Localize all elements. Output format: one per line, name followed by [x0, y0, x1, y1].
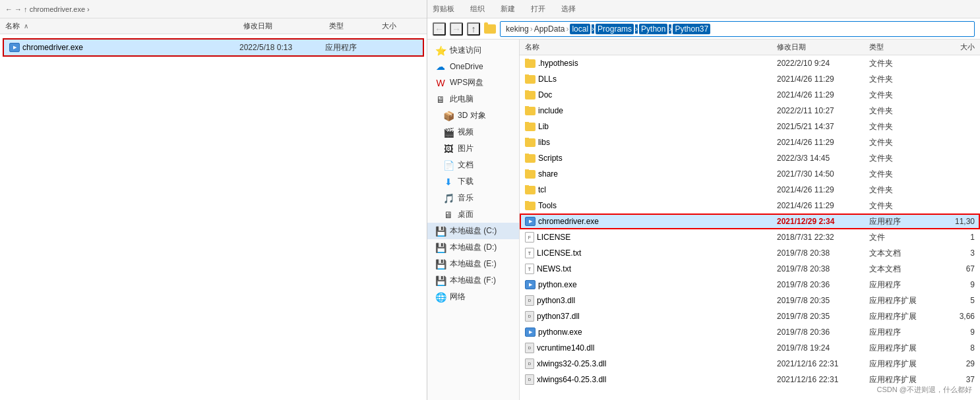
- nav-network[interactable]: 🌐 网络: [427, 289, 519, 305]
- onedrive-icon: ☁: [435, 61, 446, 72]
- this-pc-icon: 🖥: [435, 94, 446, 105]
- up-button[interactable]: ↑: [467, 22, 480, 36]
- file-name-news-txt: T NEWS.txt: [525, 264, 777, 274]
- left-col-date[interactable]: 修改日期: [243, 21, 329, 31]
- left-path-hint: ← → ↑ chromedriver.exe ›: [5, 5, 90, 13]
- list-item[interactable]: share 2021/7/30 14:50 文件夹: [520, 166, 980, 182]
- file-name-python37-dll: D python37.dll: [525, 311, 777, 322]
- file-name-python3-dll: D python3.dll: [525, 295, 777, 306]
- list-item[interactable]: Doc 2021/4/26 11:29 文件夹: [520, 87, 980, 103]
- list-item[interactable]: F LICENSE 2018/7/31 22:32 文件 1: [520, 229, 980, 245]
- list-item[interactable]: D vcruntime140.dll 2019/7/8 19:24 应用程序扩展…: [520, 340, 980, 356]
- desktop-icon: 🖥: [443, 210, 454, 220]
- file-name-chromedriver-right: ▶ chromedriver.exe: [525, 217, 777, 226]
- list-item[interactable]: DLLs 2021/4/26 11:29 文件夹: [520, 71, 980, 87]
- list-item[interactable]: tcl 2021/4/26 11:29 文件夹: [520, 182, 980, 198]
- nav-disk-f[interactable]: 💾 本地磁盘 (F:): [427, 272, 519, 289]
- list-item[interactable]: T NEWS.txt 2019/7/8 20:38 文本文档 67: [520, 261, 980, 277]
- left-col-size[interactable]: 大小: [382, 21, 421, 31]
- list-item[interactable]: .hypothesis 2022/2/10 9:24 文件夹: [520, 55, 980, 71]
- toolbar-clipboard: 剪贴板: [433, 4, 454, 14]
- exe-icon: ▶: [525, 328, 536, 337]
- content-area: ⭐ 快速访问 ☁ OneDrive W WPS网盘 🖥 此电脑 📦 3D: [427, 40, 980, 400]
- nav-video[interactable]: 🎬 视频: [427, 124, 519, 140]
- music-icon: 🎵: [443, 193, 454, 204]
- toolbar-organize: 组织: [470, 4, 485, 14]
- right-file-area: 名称 修改日期 类型 大小 .hypothesis: [520, 40, 980, 400]
- list-item[interactable]: D xlwings32-0.25.3.dll 2021/12/16 22:31 …: [520, 356, 980, 372]
- file-name-license-txt: T LICENSE.txt: [525, 248, 777, 258]
- right-toolbar: 剪贴板 组织 新建 打开 选择: [427, 0, 980, 18]
- dll-icon: D: [525, 374, 534, 385]
- list-item[interactable]: D python37.dll 2019/7/8 20:35 应用程序扩展 3,6…: [520, 308, 980, 324]
- right-column-headers: 名称 修改日期 类型 大小: [520, 40, 980, 55]
- address-path-bar[interactable]: keking › AppData › local › Programs › Py…: [500, 21, 975, 37]
- left-highlight-box: ▶ chromedriver.exe 2022/5/18 0:13 应用程序: [3, 38, 424, 57]
- nav-pane: ⭐ 快速访问 ☁ OneDrive W WPS网盘 🖥 此电脑 📦 3D: [427, 40, 520, 400]
- nav-downloads[interactable]: ⬇ 下载: [427, 173, 519, 190]
- dll-icon: D: [525, 311, 534, 322]
- disk-f-icon: 💾: [435, 275, 446, 286]
- exe-icon: ▶: [525, 280, 536, 289]
- nav-disk-d[interactable]: 💾 本地磁盘 (D:): [427, 239, 519, 256]
- nav-disk-e[interactable]: 💾 本地磁盘 (E:): [427, 256, 519, 272]
- right-col-type[interactable]: 类型: [869, 42, 935, 52]
- nav-music[interactable]: 🎵 音乐: [427, 190, 519, 206]
- right-file-list: .hypothesis 2022/2/10 9:24 文件夹 DLLs: [520, 55, 980, 400]
- nav-disk-d-label: 本地磁盘 (D:): [450, 242, 497, 253]
- toolbar-new: 新建: [501, 4, 515, 14]
- file-name-license: F LICENSE: [525, 232, 777, 243]
- list-item[interactable]: T LICENSE.txt 2019/7/8 20:38 文本文档 3: [520, 245, 980, 261]
- path-programs: Programs: [596, 24, 634, 34]
- sort-icon: ∧: [24, 22, 28, 30]
- list-item[interactable]: Lib 2021/5/21 14:37 文件夹: [520, 119, 980, 134]
- watermark: CSDN @不进则退，什么都好: [877, 385, 972, 395]
- left-panel: ← → ↑ chromedriver.exe › 名称 ∧ 修改日期 类型 大小…: [0, 0, 427, 400]
- list-item-chromedriver[interactable]: ▶ chromedriver.exe 2021/12/29 2:34 应用程序 …: [520, 214, 980, 229]
- right-col-size[interactable]: 大小: [935, 42, 975, 52]
- right-col-name[interactable]: 名称: [525, 42, 777, 52]
- file-name-lib: Lib: [525, 122, 777, 131]
- toolbar-open: 打开: [531, 4, 545, 14]
- list-item[interactable]: ▶ python.exe 2019/7/8 20:36 应用程序 9: [520, 277, 980, 293]
- left-col-name[interactable]: 名称 ∧: [5, 21, 243, 31]
- list-item[interactable]: ▶ pythonw.exe 2019/7/8 20:36 应用程序 9: [520, 324, 980, 340]
- file-icon: F: [525, 232, 534, 243]
- nav-onedrive-label: OneDrive: [450, 62, 483, 71]
- nav-disk-c-label: 本地磁盘 (C:): [450, 225, 497, 237]
- folder-icon-addr: [484, 24, 496, 34]
- list-item[interactable]: libs 2021/4/26 11:29 文件夹: [520, 134, 980, 150]
- dll-icon: D: [525, 343, 534, 353]
- left-col-type[interactable]: 类型: [329, 21, 382, 31]
- right-col-date[interactable]: 修改日期: [777, 42, 869, 52]
- nav-desktop[interactable]: 🖥 桌面: [427, 206, 519, 223]
- network-icon: 🌐: [435, 292, 446, 302]
- disk-c-icon: 💾: [435, 226, 446, 237]
- nav-quick-access[interactable]: ⭐ 快速访问: [427, 42, 519, 59]
- list-item[interactable]: include 2022/2/11 10:27 文件夹: [520, 103, 980, 119]
- file-name-tcl: tcl: [525, 185, 777, 194]
- quick-access-icon: ⭐: [435, 45, 446, 56]
- nav-downloads-label: 下载: [458, 176, 474, 187]
- nav-this-pc[interactable]: 🖥 此电脑: [427, 91, 519, 107]
- nav-wps[interactable]: W WPS网盘: [427, 74, 519, 91]
- nav-3d[interactable]: 📦 3D 对象: [427, 107, 519, 124]
- file-name-pythonw-exe: ▶ pythonw.exe: [525, 328, 777, 337]
- file-name-xlwings32: D xlwings32-0.25.3.dll: [525, 358, 777, 369]
- left-file-row[interactable]: ▶ chromedriver.exe 2022/5/18 0:13 应用程序: [4, 40, 423, 55]
- list-item[interactable]: Tools 2021/4/26 11:29 文件夹: [520, 198, 980, 214]
- dll-icon: D: [525, 295, 534, 306]
- txt-icon: T: [525, 264, 534, 274]
- list-item[interactable]: D python3.dll 2019/7/8 20:35 应用程序扩展 5: [520, 293, 980, 308]
- list-item[interactable]: Scripts 2022/3/3 14:45 文件夹: [520, 150, 980, 166]
- back-button[interactable]: ←: [433, 22, 446, 36]
- video-icon: 🎬: [443, 127, 454, 138]
- nav-disk-c[interactable]: 💾 本地磁盘 (C:): [427, 223, 519, 239]
- nav-pictures[interactable]: 🖼 图片: [427, 140, 519, 157]
- nav-onedrive[interactable]: ☁ OneDrive: [427, 59, 519, 74]
- 3d-icon: 📦: [443, 111, 454, 121]
- nav-docs-label: 文档: [458, 159, 474, 171]
- forward-button[interactable]: →: [450, 22, 463, 36]
- docs-icon: 📄: [443, 160, 454, 171]
- nav-docs[interactable]: 📄 文档: [427, 157, 519, 173]
